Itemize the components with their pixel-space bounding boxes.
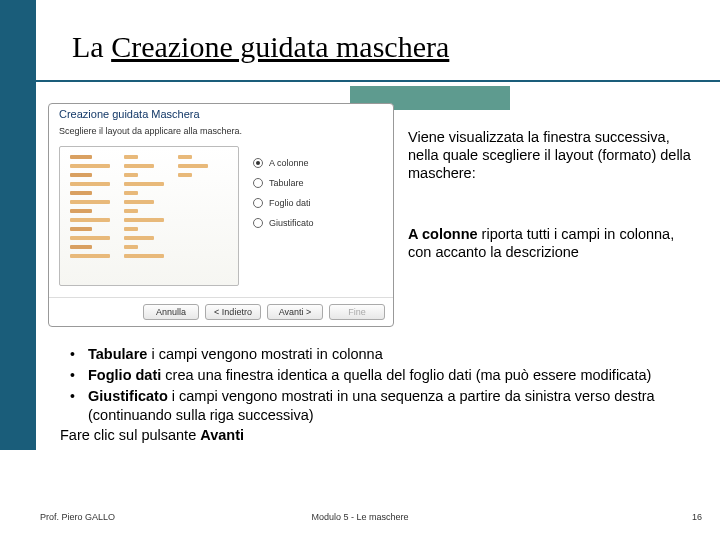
dialog-title: Creazione guidata Maschera <box>49 104 393 120</box>
layout-preview <box>59 146 239 286</box>
bold-term: A colonne <box>408 226 478 242</box>
radio-icon <box>253 198 263 208</box>
footer-module: Modulo 5 - Le maschere <box>0 512 720 522</box>
radio-icon <box>253 178 263 188</box>
option-label: Giustificato <box>269 218 314 228</box>
dialog-subtitle: Scegliere il layout da applicare alla ma… <box>49 120 393 140</box>
slide-title: La Creazione guidata maschera <box>72 30 449 64</box>
radio-icon <box>253 218 263 228</box>
next-button[interactable]: Avanti > <box>267 304 323 320</box>
title-text-underline: Creazione guidata maschera <box>111 30 449 63</box>
bold-term: Tabulare <box>88 346 147 362</box>
form-wizard-dialog: Creazione guidata Maschera Scegliere il … <box>48 103 394 327</box>
title-text-plain: La <box>72 30 111 63</box>
option-label: Tabulare <box>269 178 304 188</box>
text: crea una finestra identica a quella del … <box>161 367 651 383</box>
cancel-button[interactable]: Annulla <box>143 304 199 320</box>
slide-accent-bar <box>0 0 36 450</box>
option-giustificato[interactable]: Giustificato <box>253 218 383 228</box>
description-paragraph-1: Viene visualizzata la finestra successiv… <box>408 128 698 182</box>
text: Viene visualizzata la finestra successiv… <box>408 129 691 181</box>
option-a-colonne[interactable]: A colonne <box>253 158 383 168</box>
footer-page-number: 16 <box>692 512 702 522</box>
bold-term: Foglio dati <box>88 367 161 383</box>
option-label: A colonne <box>269 158 309 168</box>
list-item: Foglio dati crea una finestra identica a… <box>60 366 680 385</box>
title-underline-rule <box>0 80 720 82</box>
option-label: Foglio dati <box>269 198 311 208</box>
text: i campi vengono mostrati in una sequenza… <box>88 388 655 423</box>
bold-term: Giustificato <box>88 388 168 404</box>
finish-button[interactable]: Fine <box>329 304 385 320</box>
layout-options: A colonne Tabulare Foglio dati Giustific… <box>253 146 383 297</box>
back-button[interactable]: < Indietro <box>205 304 261 320</box>
radio-icon <box>253 158 263 168</box>
option-foglio-dati[interactable]: Foglio dati <box>253 198 383 208</box>
closing-sentence: Fare clic sul pulsante Avanti <box>60 426 680 445</box>
dialog-button-row: Annulla < Indietro Avanti > Fine <box>49 297 393 326</box>
option-tabulare[interactable]: Tabulare <box>253 178 383 188</box>
bullet-list-section: Tabulare i campi vengono mostrati in col… <box>60 345 680 445</box>
text: i campi vengono mostrati in colonna <box>147 346 382 362</box>
bold-term: Avanti <box>200 427 244 443</box>
text: Fare clic sul pulsante <box>60 427 200 443</box>
list-item: Giustificato i campi vengono mostrati in… <box>60 387 680 425</box>
description-paragraph-2: A colonne riporta tutti i campi in colon… <box>408 225 698 261</box>
list-item: Tabulare i campi vengono mostrati in col… <box>60 345 680 364</box>
